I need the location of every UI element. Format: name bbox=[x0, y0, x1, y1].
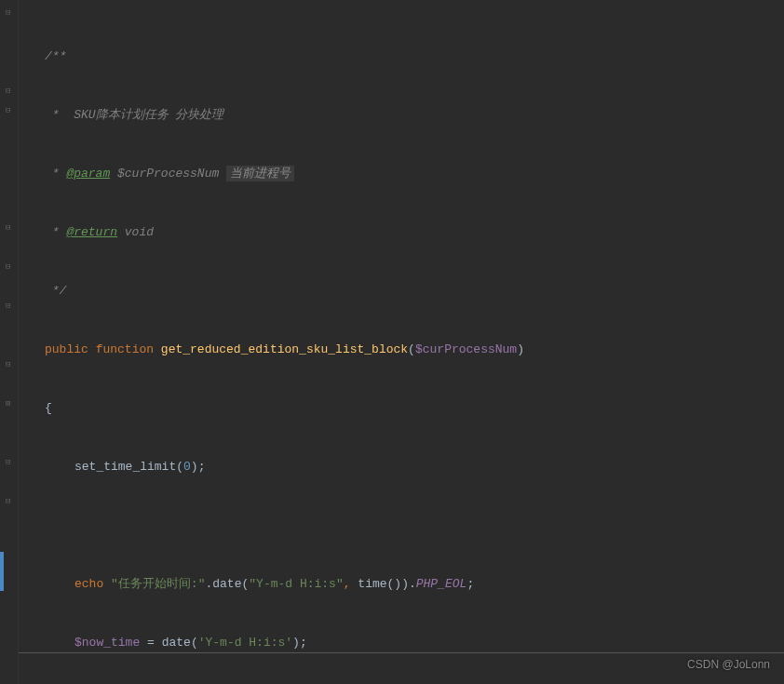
param-tag: @param bbox=[66, 167, 110, 181]
param-description: 当前进程号 bbox=[226, 166, 294, 181]
doc-comment-open: /** bbox=[45, 49, 66, 63]
code-content[interactable]: /** * SKU降本计划任务 分块处理 * @param $curProces… bbox=[19, 0, 784, 684]
return-tag: @return bbox=[66, 225, 117, 239]
function-name: get_reduced_edition_sku_list_block bbox=[161, 342, 408, 356]
gutter: ⊟ ⊟ ⊟ ⊟ ⊟ ⊟ ⊟ ⊞ ⊟ ⊟ bbox=[0, 0, 19, 684]
breakpoint-indicator[interactable] bbox=[0, 552, 4, 591]
separator-line bbox=[19, 652, 784, 653]
watermark: CSDN @JoLonn bbox=[687, 655, 770, 675]
code-editor[interactable]: ⊟ ⊟ ⊟ ⊟ ⊟ ⊟ ⊟ ⊞ ⊟ ⊟ /** * SKU降本计划任务 分块处理… bbox=[0, 0, 784, 684]
keyword-public: public bbox=[45, 342, 88, 356]
doc-comment-desc: * SKU降本计划任务 分块处理 bbox=[45, 108, 223, 122]
